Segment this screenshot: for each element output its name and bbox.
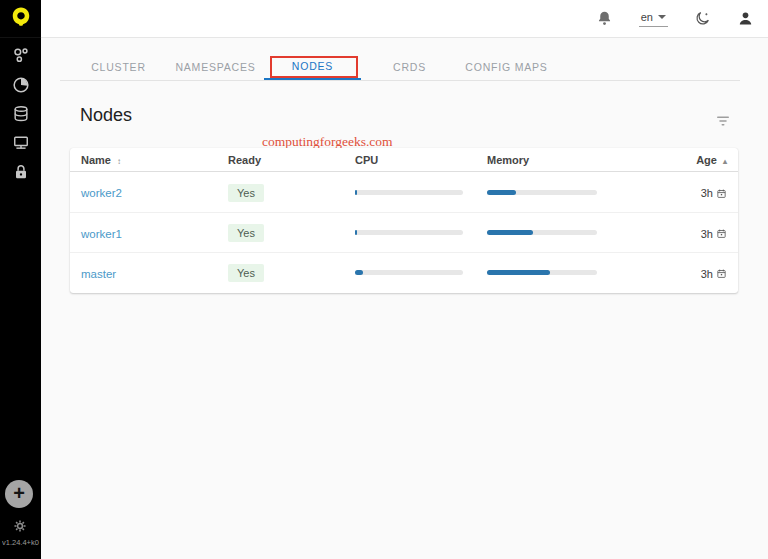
sidebar-item-cluster[interactable] [10, 47, 31, 68]
settings-gear-icon[interactable] [13, 519, 27, 533]
column-header-age[interactable]: Age ▴ [680, 154, 738, 166]
cluster-version-label: v1.24.4+k0 [2, 538, 41, 547]
sidebar-item-network[interactable] [10, 134, 31, 155]
sidebar-item-storage[interactable] [10, 105, 31, 126]
memory-usage-meter [487, 230, 597, 235]
nodes-table: Name ↕ Ready CPU Memory Age ▴ worker2 Ye… [70, 148, 738, 293]
column-header-cpu[interactable]: CPU [350, 154, 482, 166]
column-label: Age [696, 154, 717, 166]
column-label: Name [81, 154, 111, 166]
calendar-icon [716, 228, 727, 239]
sidebar: + v1.24.4+k0 [0, 0, 41, 559]
node-link-master[interactable]: master [81, 268, 116, 280]
memory-usage-meter [487, 270, 597, 275]
notifications-bell-icon[interactable] [596, 10, 614, 28]
main-content: CLUSTER NAMESPACES NODES CRDS CONFIG MAP… [41, 38, 768, 559]
headlamp-logo-icon [10, 5, 32, 33]
cpu-usage-meter [355, 190, 463, 195]
table-row: worker1 Yes 3h [70, 212, 738, 252]
sort-asc-icon: ▴ [723, 157, 727, 166]
page-title: Nodes [80, 105, 132, 126]
account-person-icon[interactable] [736, 10, 754, 28]
tab-crds[interactable]: CRDS [361, 54, 458, 80]
language-label: en [641, 11, 653, 23]
node-link-worker1[interactable]: worker1 [81, 228, 122, 240]
chevron-down-icon [658, 15, 666, 19]
column-header-ready[interactable]: Ready [222, 154, 350, 166]
ready-status-badge: Yes [228, 264, 264, 282]
database-icon [11, 104, 31, 128]
tabs-divider [60, 80, 740, 81]
sidebar-item-security[interactable] [10, 163, 31, 184]
cpu-usage-meter [355, 230, 463, 235]
tab-cluster[interactable]: CLUSTER [70, 54, 167, 80]
theme-toggle-moon-icon[interactable] [693, 10, 711, 28]
cluster-icon [11, 46, 31, 70]
tab-nodes[interactable]: NODES [264, 54, 361, 80]
app-logo[interactable] [0, 0, 41, 38]
language-selector[interactable]: en [639, 11, 668, 27]
resource-tabs: CLUSTER NAMESPACES NODES CRDS CONFIG MAP… [70, 54, 555, 80]
table-row: master Yes 3h [70, 252, 738, 292]
pie-chart-icon [11, 75, 31, 99]
column-header-name[interactable]: Name ↕ [70, 154, 222, 166]
topbar: en [41, 0, 768, 38]
lock-icon [11, 162, 31, 186]
network-monitor-icon [11, 133, 31, 157]
sidebar-nav [0, 47, 41, 184]
ready-status-badge: Yes [228, 224, 264, 242]
column-header-memory[interactable]: Memory [482, 154, 680, 166]
cpu-usage-meter [355, 270, 463, 275]
node-link-worker2[interactable]: worker2 [81, 187, 122, 199]
table-header-row: Name ↕ Ready CPU Memory Age ▴ [70, 148, 738, 172]
memory-usage-meter [487, 190, 597, 195]
calendar-icon [716, 188, 727, 199]
tab-namespaces[interactable]: NAMESPACES [167, 54, 264, 80]
table-row: worker2 Yes 3h [70, 172, 738, 212]
sort-both-icon: ↕ [117, 157, 121, 166]
filter-icon[interactable] [714, 112, 732, 128]
headlamp-app: + v1.24.4+k0 en [0, 0, 768, 559]
age-value: 3h [701, 187, 713, 199]
ready-status-badge: Yes [228, 184, 264, 202]
sidebar-item-workloads[interactable] [10, 76, 31, 97]
calendar-icon [716, 268, 727, 279]
tab-config-maps[interactable]: CONFIG MAPS [458, 54, 555, 80]
add-cluster-fab[interactable]: + [5, 480, 33, 508]
age-value: 3h [701, 228, 713, 240]
age-value: 3h [701, 268, 713, 280]
